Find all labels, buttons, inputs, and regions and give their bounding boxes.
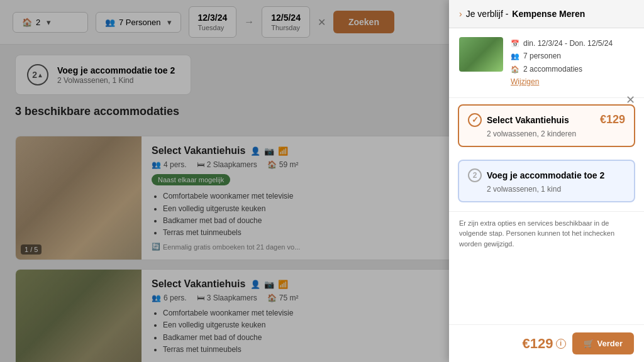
option-subtitle-1: 2 volwassenen, 2 kinderen: [487, 129, 625, 138]
popup-header: › Je verblijf - Kempense Meren: [449, 0, 644, 28]
option-card-2[interactable]: 2 Voeg je accommodatie toe 2 2 volwassen…: [458, 160, 635, 202]
home-icon: 🏠: [511, 63, 519, 75]
popup-location: Kempense Meren: [512, 9, 585, 19]
booking-meta: 📅 din. 12/3/24 - Don. 12/5/24 👥 7 person…: [511, 37, 613, 89]
booking-accommodations: 2 accommodaties: [523, 63, 582, 75]
num-circle-2: 2: [468, 168, 482, 182]
calendar-icon: 📅: [511, 38, 519, 50]
price-info-icon[interactable]: i: [556, 339, 566, 349]
popup-note: Er zijn extra opties en services beschik…: [449, 211, 644, 256]
check-circle-1: ✓: [468, 113, 482, 127]
wijzigen-link[interactable]: Wijzigen: [511, 77, 539, 86]
chevron-right-icon: ›: [459, 9, 462, 19]
persons-icon: 👥: [511, 50, 519, 62]
booking-popup: › Je verblijf - Kempense Meren 📅 din. 12…: [449, 0, 644, 362]
popup-close-button[interactable]: ✕: [626, 93, 635, 107]
option-subtitle-2: 2 volwassenen, 1 kind: [487, 185, 625, 194]
booking-persons: 7 personen: [523, 50, 561, 62]
option-price-1: €129: [600, 113, 625, 126]
verder-button[interactable]: 🛒 Verder: [572, 332, 634, 354]
option-title-1: Select Vakantiehuis: [487, 115, 569, 125]
footer-price-value: €129: [523, 336, 553, 352]
option-title-2: Voeg je accommodatie toe 2: [487, 170, 604, 180]
option-card-1[interactable]: ✓ Select Vakantiehuis €129 2 volwassenen…: [458, 104, 635, 147]
footer-price: €129 i: [523, 336, 566, 352]
popup-footer: €129 i 🛒 Verder: [449, 324, 644, 362]
popup-booking-info: 📅 din. 12/3/24 - Don. 12/5/24 👥 7 person…: [449, 28, 644, 98]
booking-thumbnail: [459, 37, 503, 72]
popup-header-prefix: Je verblijf -: [466, 9, 509, 19]
cart-icon: 🛒: [584, 339, 594, 348]
booking-date-range: din. 12/3/24 - Don. 12/5/24: [523, 37, 613, 50]
